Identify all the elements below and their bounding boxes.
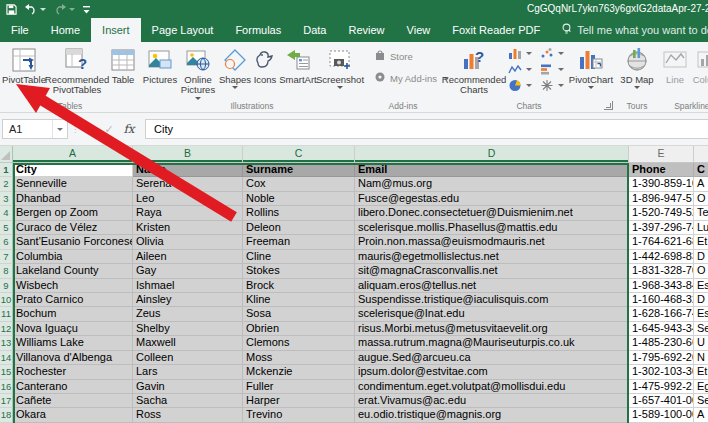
recommended-charts-button[interactable]: ? Recommended Charts <box>444 43 504 96</box>
cell-extra[interactable]: Es <box>694 279 708 293</box>
formula-bar-splitter[interactable]: ⋮ <box>71 125 76 134</box>
cell-name[interactable]: Name <box>133 163 243 177</box>
cell-email[interactable]: erat.Vivamus@ac.edu <box>355 394 629 408</box>
table-button[interactable]: Table <box>108 43 138 85</box>
cell-email[interactable]: Email <box>355 163 629 177</box>
cell-phone[interactable]: 1-397-296-7413 <box>629 221 694 235</box>
cell-city[interactable]: Wisbech <box>13 279 133 293</box>
row-number[interactable]: 6 <box>0 235 13 249</box>
cell-email[interactable]: condimentum.eget.volutpat@mollisdui.edu <box>355 380 629 394</box>
row-number[interactable]: 8 <box>0 264 13 278</box>
cell-city[interactable]: Canterano <box>13 380 133 394</box>
cell-surname[interactable]: Kline <box>243 293 355 307</box>
cell-name[interactable]: Shelby <box>133 322 243 336</box>
row-number[interactable]: 14 <box>0 351 13 365</box>
cell-email[interactable]: Nam@mus.org <box>355 177 629 191</box>
cell-email[interactable]: Suspendisse.tristique@iaculisquis.com <box>355 293 629 307</box>
column-header-d[interactable]: D <box>355 146 629 163</box>
cell-city[interactable]: Cañete <box>13 394 133 408</box>
my-addins-button[interactable]: My Add-ins <box>374 71 434 85</box>
row-number[interactable]: 1 <box>0 163 13 177</box>
smartart-button[interactable]: SmartArt <box>278 43 318 85</box>
cell-extra[interactable]: C <box>694 163 708 177</box>
row-number[interactable]: 11 <box>0 307 13 321</box>
cell-phone[interactable]: 1-589-100-0075 <box>629 408 694 422</box>
insert-stock-chart-button[interactable] <box>540 79 564 92</box>
cell-phone[interactable]: 1-520-749-5203 <box>629 206 694 220</box>
cell-name[interactable]: Serena <box>133 177 243 191</box>
cell-name[interactable]: Lars <box>133 365 243 379</box>
cell-name[interactable]: Sacha <box>133 394 243 408</box>
cell-surname[interactable]: Freeman <box>243 235 355 249</box>
cell-name[interactable]: Colleen <box>133 351 243 365</box>
save-icon[interactable] <box>6 4 17 15</box>
cell-surname[interactable]: Cox <box>243 177 355 191</box>
icons-button[interactable]: Icons <box>252 43 278 85</box>
tab-formulas[interactable]: Formulas <box>224 18 292 42</box>
row-number[interactable]: 17 <box>0 394 13 408</box>
cell-phone[interactable]: 1-831-328-7032 <box>629 264 694 278</box>
cell-phone[interactable]: 1-628-166-7485 <box>629 307 694 321</box>
column-header-f[interactable] <box>694 146 708 163</box>
cell-city[interactable]: Columbia <box>13 250 133 264</box>
cell-surname[interactable]: Clemons <box>243 336 355 350</box>
cell-email[interactable]: mauris@egetmollislectus.net <box>355 250 629 264</box>
row-number[interactable]: 13 <box>0 336 13 350</box>
pivottable-button[interactable]: PivotTable <box>2 43 46 85</box>
sparkline-line-button[interactable]: Line <box>660 43 690 85</box>
cell-email[interactable]: massa.rutrum.magna@Mauriseuturpis.co.uk <box>355 336 629 350</box>
cell-surname[interactable]: Harper <box>243 394 355 408</box>
store-button[interactable]: Store <box>374 49 434 63</box>
cell-city[interactable]: Rochester <box>13 365 133 379</box>
charts-dialog-launcher-icon[interactable] <box>604 101 613 110</box>
enter-icon[interactable]: ✓ <box>99 123 119 136</box>
3d-map-button[interactable]: 3D Map <box>618 43 656 89</box>
insert-pie-chart-button[interactable] <box>508 79 532 92</box>
cell-name[interactable]: Ainsley <box>133 293 243 307</box>
cell-surname[interactable]: Fuller <box>243 380 355 394</box>
cell-phone[interactable]: 1-302-103-3025 <box>629 365 694 379</box>
cell-name[interactable]: Aileen <box>133 250 243 264</box>
tab-home[interactable]: Home <box>40 18 91 42</box>
tab-page-layout[interactable]: Page Layout <box>141 18 225 42</box>
cell-name[interactable]: Ross <box>133 408 243 422</box>
cell-extra[interactable]: Se <box>694 322 708 336</box>
tab-review[interactable]: Review <box>337 18 395 42</box>
cell-phone[interactable]: 1-645-943-3458 <box>629 322 694 336</box>
tab-view[interactable]: View <box>396 18 442 42</box>
cell-city[interactable]: Prato Carnico <box>13 293 133 307</box>
cell-surname[interactable]: Surname <box>243 163 355 177</box>
tab-data[interactable]: Data <box>292 18 337 42</box>
cell-email[interactable]: risus.Morbi.metus@metusvitaevelit.org <box>355 322 629 336</box>
cell-surname[interactable]: Moss <box>243 351 355 365</box>
cell-extra[interactable]: Eg <box>694 380 708 394</box>
cell-city[interactable]: Dhanbad <box>13 192 133 206</box>
row-number[interactable]: 7 <box>0 250 13 264</box>
cell-surname[interactable]: Deleon <box>243 221 355 235</box>
cell-name[interactable]: Zeus <box>133 307 243 321</box>
formula-input[interactable]: City <box>145 119 708 139</box>
cell-email[interactable]: Proin.non.massa@euismodmauris.net <box>355 235 629 249</box>
row-number[interactable]: 2 <box>0 177 13 191</box>
cell-city[interactable]: Bergen op Zoom <box>13 206 133 220</box>
cell-extra[interactable]: O <box>694 264 708 278</box>
cell-extra[interactable]: D <box>694 250 708 264</box>
cell-phone[interactable]: 1-485-230-6672 <box>629 336 694 350</box>
cell-phone[interactable]: 1-968-343-8413 <box>629 279 694 293</box>
row-number[interactable]: 3 <box>0 192 13 206</box>
row-number[interactable]: 4 <box>0 206 13 220</box>
cell-email[interactable]: ipsum.dolor@estvitae.com <box>355 365 629 379</box>
tab-file[interactable]: File <box>0 18 40 42</box>
cell-phone[interactable]: 1-657-401-0096 <box>629 394 694 408</box>
redo-button[interactable] <box>53 4 75 15</box>
cell-name[interactable]: Kristen <box>133 221 243 235</box>
cell-extra[interactable]: Se <box>694 394 708 408</box>
sparkline-column-button[interactable]: Column <box>690 43 708 85</box>
cell-phone[interactable]: 1-160-468-3244 <box>629 293 694 307</box>
cell-extra[interactable]: Te <box>694 206 708 220</box>
name-box-dropdown-icon[interactable] <box>52 120 67 138</box>
cell-extra[interactable]: Lu <box>694 221 708 235</box>
pictures-button[interactable]: Pictures <box>142 43 178 85</box>
column-header-a[interactable]: A <box>13 146 133 163</box>
cell-surname[interactable]: Brock <box>243 279 355 293</box>
